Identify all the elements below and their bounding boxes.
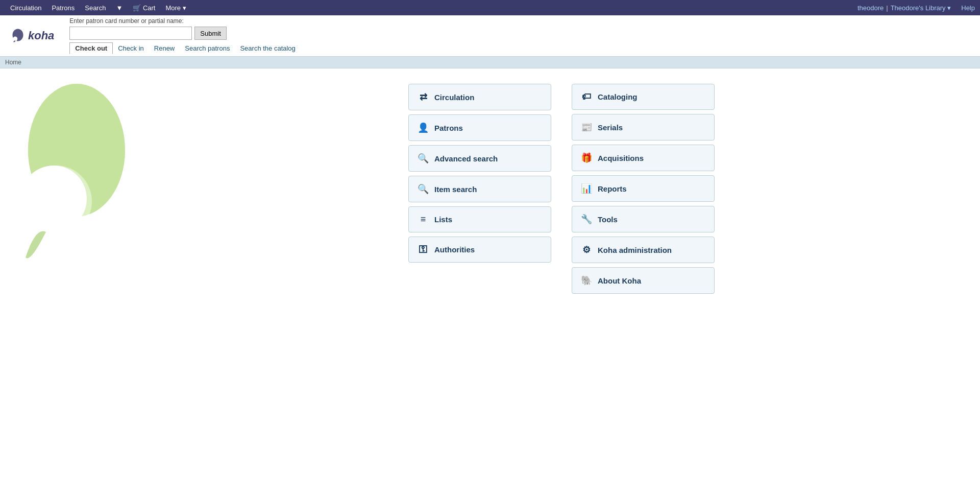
tile-item-search[interactable]: 🔍Item search	[408, 176, 551, 202]
tile-reports-label: Reports	[598, 184, 627, 193]
tile-tools-label: Tools	[598, 215, 618, 224]
tile-about-koha[interactable]: 🐘About Koha	[572, 267, 715, 294]
nav-user-link[interactable]: theodore	[857, 4, 884, 12]
tile-patrons-label: Patrons	[434, 124, 463, 132]
tile-cataloging-icon: 🏷	[580, 91, 593, 102]
left-menu-column: ⇄Circulation👤Patrons🔍Advanced search🔍Ite…	[408, 84, 551, 360]
patron-search-label: Enter patron card number or partial name…	[69, 17, 183, 25]
nav-search[interactable]: Search	[80, 0, 111, 15]
patron-search-bar: Enter patron card number or partial name…	[69, 17, 300, 54]
tile-item-search-icon: 🔍	[417, 183, 429, 195]
tile-circulation[interactable]: ⇄Circulation	[408, 84, 551, 110]
breadcrumb: Home	[0, 57, 980, 68]
nav-more[interactable]: More ▾	[160, 0, 191, 15]
tile-cataloging-label: Cataloging	[598, 92, 638, 101]
patron-search-submit-button[interactable]: Submit	[194, 27, 226, 40]
tile-koha-admin-icon: ⚙	[580, 244, 593, 255]
svg-point-5	[20, 166, 87, 232]
tile-lists-icon: ≡	[417, 214, 429, 225]
tile-advanced-search[interactable]: 🔍Advanced search	[408, 145, 551, 172]
nav-library-link[interactable]: Theodore's Library ▾	[891, 4, 951, 12]
tile-circulation-label: Circulation	[434, 93, 474, 102]
tile-patrons[interactable]: 👤Patrons	[408, 114, 551, 141]
koha-logo: koha	[5, 26, 59, 46]
tile-item-search-label: Item search	[434, 185, 477, 194]
menu-grid: ⇄Circulation👤Patrons🔍Advanced search🔍Ite…	[143, 79, 980, 365]
tile-advanced-search-label: Advanced search	[434, 154, 498, 163]
nav-patrons[interactable]: Patrons	[46, 0, 80, 15]
tile-tools-icon: 🔧	[580, 214, 593, 225]
tile-circulation-icon: ⇄	[417, 91, 429, 103]
checkout-tab-renew[interactable]: Renew	[149, 43, 180, 54]
tile-acquisitions[interactable]: 🎁Acquisitions	[572, 145, 715, 171]
tile-about-koha-icon: 🐘	[580, 275, 593, 286]
koha-elephant-large-icon	[15, 84, 128, 268]
patron-search-input[interactable]	[69, 27, 192, 40]
tile-reports[interactable]: 📊Reports	[572, 175, 715, 202]
tile-authorities-icon: ⚿	[417, 244, 429, 255]
tile-koha-admin[interactable]: ⚙Koha administration	[572, 237, 715, 263]
tile-lists-label: Lists	[434, 215, 452, 224]
tile-koha-admin-label: Koha administration	[598, 246, 672, 254]
top-navigation-bar: Circulation Patrons Search ▼ 🛒 Cart More…	[0, 0, 980, 15]
checkout-tab-check-out[interactable]: Check out	[69, 42, 113, 54]
svg-point-1	[13, 37, 17, 41]
tile-acquisitions-label: Acquisitions	[598, 154, 644, 162]
header-area: koha Enter patron card number or partial…	[0, 15, 980, 57]
tile-acquisitions-icon: 🎁	[580, 152, 593, 163]
tile-patrons-icon: 👤	[417, 122, 429, 133]
koha-logo-text: koha	[28, 29, 54, 42]
checkout-tab-search-patrons[interactable]: Search patrons	[180, 43, 235, 54]
tile-serials-label: Serials	[598, 123, 623, 132]
tile-advanced-search-icon: 🔍	[417, 153, 429, 164]
tile-reports-icon: 📊	[580, 183, 593, 194]
right-menu-column: 🏷Cataloging📰Serials🎁Acquisitions📊Reports…	[572, 84, 715, 360]
checkout-tab-check-in[interactable]: Check in	[113, 43, 149, 54]
nav-help-link[interactable]: Help	[961, 4, 975, 12]
left-decoration	[0, 79, 143, 365]
nav-search-dropdown[interactable]: ▼	[111, 0, 128, 15]
tile-tools[interactable]: 🔧Tools	[572, 206, 715, 232]
tile-lists[interactable]: ≡Lists	[408, 206, 551, 232]
tile-serials[interactable]: 📰Serials	[572, 114, 715, 140]
nav-separator: |	[886, 4, 888, 12]
tile-cataloging[interactable]: 🏷Cataloging	[572, 84, 715, 110]
tile-about-koha-label: About Koha	[598, 276, 641, 285]
patron-search-form: Submit	[69, 27, 226, 40]
main-content: ⇄Circulation👤Patrons🔍Advanced search🔍Ite…	[0, 68, 980, 375]
koha-elephant-logo-icon	[10, 28, 26, 43]
checkout-tabs: Check outCheck inRenewSearch patronsSear…	[69, 42, 300, 54]
tile-authorities-label: Authorities	[434, 245, 475, 254]
top-nav-user-area: theodore | Theodore's Library ▾ Help	[857, 4, 975, 12]
tile-authorities[interactable]: ⚿Authorities	[408, 237, 551, 263]
tile-serials-icon: 📰	[580, 122, 593, 133]
nav-circulation[interactable]: Circulation	[5, 0, 46, 15]
checkout-tab-search-the-catalog[interactable]: Search the catalog	[235, 43, 300, 54]
nav-cart[interactable]: 🛒 Cart	[128, 0, 160, 15]
